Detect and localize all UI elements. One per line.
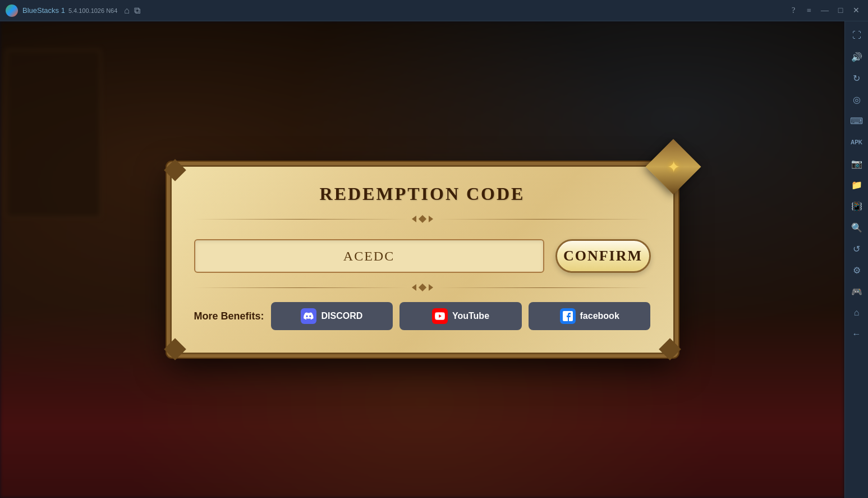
bottom-divider-diamond [418,284,426,291]
controller-icon[interactable]: 🎮 [847,282,866,301]
code-input[interactable] [194,239,544,273]
diamond-outer: ✦ [645,139,701,195]
app-name: BlueStacks 1 [22,6,65,15]
modal-backdrop: ✦ REDEMPTION CODE CONFIRM [0,21,844,498]
menu-button[interactable]: ≡ [803,4,815,17]
shake-icon[interactable]: 📳 [847,197,866,216]
bottom-divider-line-left [194,287,407,288]
discord-icon [301,308,316,324]
titlebar-controls: ? ≡ — □ ✕ [787,4,862,17]
right-sidebar: ⛶ 🔊 ↻ ◎ ⌨ APK 📷 📁 📳 🔍 ↺ ⚙ 🎮 ⌂ ← [844,21,868,498]
bottom-divider-arrow-right [429,284,433,291]
bluestacks-logo [6,4,18,17]
rotate-icon[interactable]: ↻ [847,68,866,88]
corner-decoration-tl [164,159,186,181]
location-icon[interactable]: ◎ [847,90,866,109]
bottom-section: More Benefits: DISCORD [194,302,651,330]
game-area: ✦ REDEMPTION CODE CONFIRM [0,21,844,498]
minimize-button[interactable]: — [819,4,831,17]
bottom-divider-arrow-left [412,284,416,291]
keyboard-icon[interactable]: ⌨ [847,111,866,130]
bottom-divider [194,284,651,291]
help-button[interactable]: ? [787,4,800,17]
redemption-modal: ✦ REDEMPTION CODE CONFIRM [170,165,675,354]
discord-label: DISCORD [321,311,362,321]
input-row: CONFIRM [194,239,651,273]
youtube-button[interactable]: YouTube [399,302,522,330]
divider-center [412,216,433,222]
diamond-ornament: ✦ [645,139,701,195]
app-version: 5.4.100.1026 N64 [68,7,117,14]
home-icon2[interactable]: ⌂ [847,303,866,322]
back-icon[interactable]: ← [847,325,866,344]
benefits-label: More Benefits: [194,310,264,322]
youtube-label: YouTube [452,311,489,321]
folder-icon[interactable]: 📁 [847,175,866,194]
apk-icon[interactable]: APK [847,133,866,152]
youtube-icon [432,308,448,324]
divider-arrow-left [412,216,416,222]
divider-line-left [194,219,407,220]
divider-arrow-right [429,216,433,222]
facebook-icon [560,308,576,324]
corner-decoration-br [659,338,681,360]
facebook-button[interactable]: facebook [529,302,651,330]
modal-title: REDEMPTION CODE [194,184,651,204]
camera-icon[interactable]: 📷 [847,154,866,173]
multi-nav-icon[interactable]: ⧉ [134,6,140,16]
star-icon: ✦ [667,158,679,176]
bottom-divider-center [412,284,433,291]
home-nav-icon[interactable]: ⌂ [124,6,130,16]
top-divider [194,216,651,222]
settings-icon[interactable]: ⚙ [847,261,866,280]
volume-icon[interactable]: 🔊 [847,47,866,66]
corner-decoration-bl [164,338,186,360]
confirm-button[interactable]: CONFIRM [555,239,651,273]
titlebar-nav: ⌂ ⧉ [124,6,140,16]
fullscreen-icon[interactable]: ⛶ [847,26,866,45]
app-title: BlueStacks 1 5.4.100.1026 N64 [22,6,117,15]
titlebar: BlueStacks 1 5.4.100.1026 N64 ⌂ ⧉ ? ≡ — … [0,0,868,21]
facebook-label: facebook [580,311,619,321]
refresh-icon[interactable]: ↺ [847,239,866,258]
search-icon[interactable]: 🔍 [847,218,866,237]
close-button[interactable]: ✕ [850,4,862,17]
discord-button[interactable]: DISCORD [271,302,393,330]
benefits-row: More Benefits: DISCORD [194,302,651,330]
maximize-button[interactable]: □ [834,4,847,17]
diamond-inner: ✦ [657,151,689,183]
divider-line-right [438,219,651,220]
divider-diamond [418,215,426,223]
bottom-divider-line-right [438,287,651,288]
